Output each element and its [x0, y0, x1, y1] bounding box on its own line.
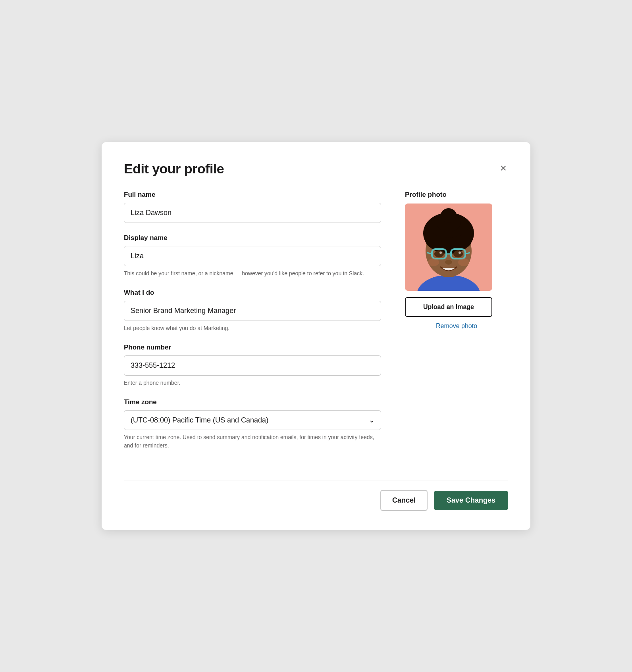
- svg-point-18: [459, 252, 461, 254]
- cancel-button[interactable]: Cancel: [380, 490, 428, 511]
- time-zone-hint: Your current time zone. Used to send sum…: [124, 433, 381, 450]
- phone-number-label: Phone number: [124, 344, 381, 351]
- profile-section: Profile photo: [405, 191, 508, 461]
- full-name-input[interactable]: [124, 203, 381, 223]
- svg-point-16: [453, 250, 463, 257]
- profile-photo-container: [405, 204, 492, 291]
- full-name-label: Full name: [124, 191, 381, 199]
- display-name-group: Display name This could be your first na…: [124, 234, 381, 278]
- phone-number-hint: Enter a phone number.: [124, 379, 381, 387]
- close-button[interactable]: ×: [499, 161, 508, 175]
- full-name-group: Full name: [124, 191, 381, 223]
- svg-point-9: [441, 208, 457, 223]
- modal-overlay: Edit your profile × Full name Display na…: [0, 0, 632, 672]
- what-i-do-input[interactable]: [124, 301, 381, 321]
- display-name-label: Display name: [124, 234, 381, 242]
- what-i-do-hint: Let people know what you do at Marketing…: [124, 324, 381, 332]
- what-i-do-label: What I do: [124, 289, 381, 297]
- time-zone-group: Time zone (UTC-08:00) Pacific Time (US a…: [124, 398, 381, 450]
- display-name-input[interactable]: [124, 246, 381, 266]
- what-i-do-group: What I do Let people know what you do at…: [124, 289, 381, 332]
- profile-photo: [405, 204, 492, 291]
- svg-point-19: [445, 260, 452, 265]
- save-changes-button[interactable]: Save Changes: [434, 491, 508, 510]
- phone-number-input[interactable]: [124, 355, 381, 376]
- svg-point-15: [434, 250, 444, 257]
- phone-number-group: Phone number Enter a phone number.: [124, 344, 381, 387]
- modal-footer: Cancel Save Changes: [124, 480, 508, 511]
- time-zone-select[interactable]: (UTC-08:00) Pacific Time (US and Canada)…: [124, 410, 381, 430]
- modal-header: Edit your profile ×: [124, 161, 508, 177]
- svg-point-17: [439, 252, 442, 254]
- svg-point-20: [428, 258, 439, 266]
- form-section: Full name Display name This could be you…: [124, 191, 381, 461]
- edit-profile-modal: Edit your profile × Full name Display na…: [102, 142, 530, 530]
- timezone-select-wrapper: (UTC-08:00) Pacific Time (US and Canada)…: [124, 410, 381, 430]
- profile-photo-label: Profile photo: [405, 191, 508, 199]
- upload-image-button[interactable]: Upload an Image: [405, 297, 492, 317]
- display-name-hint: This could be your first name, or a nick…: [124, 269, 381, 278]
- modal-title: Edit your profile: [124, 161, 224, 177]
- time-zone-label: Time zone: [124, 398, 381, 406]
- svg-point-21: [458, 258, 469, 266]
- remove-photo-link[interactable]: Remove photo: [405, 323, 508, 330]
- modal-body: Full name Display name This could be you…: [124, 191, 508, 461]
